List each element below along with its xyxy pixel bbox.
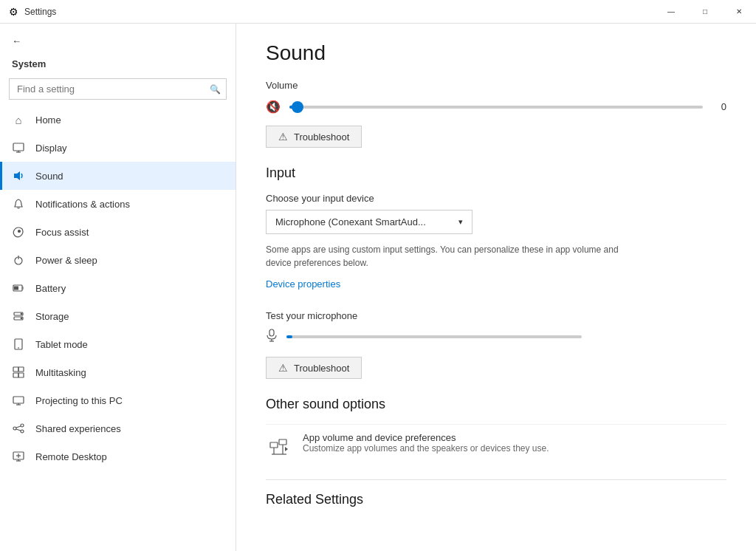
svg-rect-17 — [13, 367, 18, 372]
device-properties-link[interactable]: Device properties — [266, 278, 340, 290]
back-icon: ← — [12, 35, 21, 47]
chevron-down-icon: ▾ — [458, 217, 463, 227]
sidebar-item-label: Storage — [35, 311, 69, 322]
mic-icon — [266, 329, 278, 345]
warning-icon-2: ⚠ — [278, 362, 288, 374]
sidebar-item-label: Notifications & actions — [35, 199, 130, 210]
sidebar-item-label: Focus assist — [35, 227, 89, 238]
troubleshoot-label-1: Troubleshoot — [294, 131, 349, 143]
volume-value: 0 — [712, 101, 726, 112]
svg-line-27 — [16, 426, 21, 428]
sidebar-item-display[interactable]: Display — [0, 134, 236, 162]
sidebar-item-notifications[interactable]: Notifications & actions — [0, 190, 236, 218]
dropdown-value: Microphone (Conexant SmartAud... — [275, 216, 426, 227]
svg-rect-10 — [14, 287, 18, 290]
sidebar-item-label: Remote Desktop — [35, 451, 107, 462]
sidebar-item-label: Home — [35, 114, 61, 126]
svg-point-26 — [21, 430, 24, 433]
sidebar-item-shared[interactable]: Shared experiences — [0, 414, 236, 442]
svg-point-13 — [21, 313, 22, 315]
svg-point-24 — [13, 427, 16, 430]
window-controls: — □ ✕ — [654, 0, 756, 24]
battery-icon — [12, 281, 25, 295]
sidebar-item-projecting[interactable]: Projecting to this PC — [0, 386, 236, 414]
notifications-icon — [12, 197, 25, 211]
search-icon: 🔍 — [210, 84, 221, 95]
sidebar-item-label: Multitasking — [35, 367, 86, 378]
sidebar-item-multitasking[interactable]: Multitasking — [0, 358, 236, 386]
app-icon: ⚙ — [9, 6, 18, 18]
title-bar: ⚙ Settings — □ ✕ — [0, 0, 756, 24]
display-icon — [12, 141, 25, 154]
home-icon: ⌂ — [12, 113, 25, 126]
sidebar-item-label: Battery — [35, 283, 66, 294]
input-section-heading: Input — [266, 165, 726, 181]
minimize-button[interactable]: — — [654, 0, 688, 24]
app-volume-desc: Customize app volumes and the speakers o… — [303, 443, 549, 454]
troubleshoot-button-2[interactable]: ⚠ Troubleshoot — [266, 357, 362, 379]
volume-row: 🔇 0 — [266, 100, 726, 114]
multitasking-icon — [12, 366, 25, 379]
mute-icon: 🔇 — [266, 100, 281, 114]
sidebar-item-storage[interactable]: Storage — [0, 302, 236, 330]
troubleshoot-label-2: Troubleshoot — [294, 363, 349, 374]
projecting-icon — [12, 394, 25, 407]
app-volume-text: App volume and device preferences Custom… — [303, 432, 549, 454]
app-body: ← System 🔍 ⌂ Home Display — [0, 24, 756, 551]
sidebar-item-label: Display — [35, 143, 67, 154]
svg-marker-3 — [14, 171, 20, 180]
troubleshoot-button-1[interactable]: ⚠ Troubleshoot — [266, 126, 362, 148]
mic-row — [266, 329, 726, 345]
sidebar-item-power[interactable]: Power & sleep — [0, 246, 236, 274]
sidebar-item-home[interactable]: ⌂ Home — [0, 106, 236, 134]
sidebar: ← System 🔍 ⌂ Home Display — [0, 24, 236, 551]
svg-rect-18 — [18, 367, 24, 372]
search-input[interactable] — [9, 78, 227, 100]
svg-rect-21 — [13, 397, 24, 403]
power-icon — [12, 253, 25, 267]
remote-icon — [12, 450, 25, 463]
sidebar-system-label: System — [0, 52, 236, 75]
sidebar-item-label: Projecting to this PC — [35, 395, 123, 406]
storage-icon — [12, 309, 25, 323]
sidebar-item-sound[interactable]: Sound — [0, 162, 236, 190]
search-box: 🔍 — [9, 78, 227, 100]
svg-rect-37 — [270, 442, 278, 448]
related-settings-heading: Related Settings — [266, 479, 726, 507]
svg-rect-20 — [18, 373, 24, 377]
sound-icon — [12, 169, 25, 182]
volume-label: Volume — [266, 80, 726, 91]
input-device-label: Choose your input device — [266, 193, 726, 204]
svg-point-25 — [21, 424, 24, 427]
content-area: Sound Volume 🔇 0 ⚠ Troubleshoot Input Ch… — [236, 24, 756, 551]
title-bar-title: Settings — [24, 7, 56, 17]
sidebar-item-focus[interactable]: Focus assist — [0, 218, 236, 246]
input-device-dropdown[interactable]: Microphone (Conexant SmartAud... ▾ — [266, 210, 472, 234]
svg-rect-19 — [13, 373, 18, 377]
svg-point-14 — [21, 318, 22, 319]
focus-icon — [12, 225, 25, 239]
mic-level-bar — [286, 335, 582, 338]
mic-test-label: Test your microphone — [266, 310, 726, 321]
sidebar-item-label: Tablet mode — [35, 339, 88, 350]
maximize-button[interactable]: □ — [688, 0, 722, 24]
svg-rect-0 — [13, 143, 24, 151]
sidebar-item-tablet[interactable]: Tablet mode — [0, 330, 236, 358]
svg-rect-34 — [269, 329, 274, 336]
svg-rect-38 — [279, 439, 286, 445]
svg-point-4 — [18, 230, 21, 233]
other-sound-heading: Other sound options — [266, 397, 726, 412]
tablet-icon — [12, 338, 25, 351]
input-info-text: Some apps are using custom input setting… — [266, 243, 635, 270]
sidebar-item-label: Power & sleep — [35, 255, 97, 266]
volume-thumb — [292, 101, 303, 113]
close-button[interactable]: ✕ — [722, 0, 756, 24]
volume-slider[interactable] — [289, 106, 703, 109]
sidebar-item-battery[interactable]: Battery — [0, 274, 236, 302]
back-button[interactable]: ← — [0, 30, 236, 52]
sidebar-item-remote[interactable]: Remote Desktop — [0, 442, 236, 470]
app-volume-row[interactable]: App volume and device preferences Custom… — [266, 424, 726, 468]
svg-marker-42 — [285, 447, 288, 451]
shared-icon — [12, 422, 25, 435]
svg-line-28 — [16, 429, 21, 431]
